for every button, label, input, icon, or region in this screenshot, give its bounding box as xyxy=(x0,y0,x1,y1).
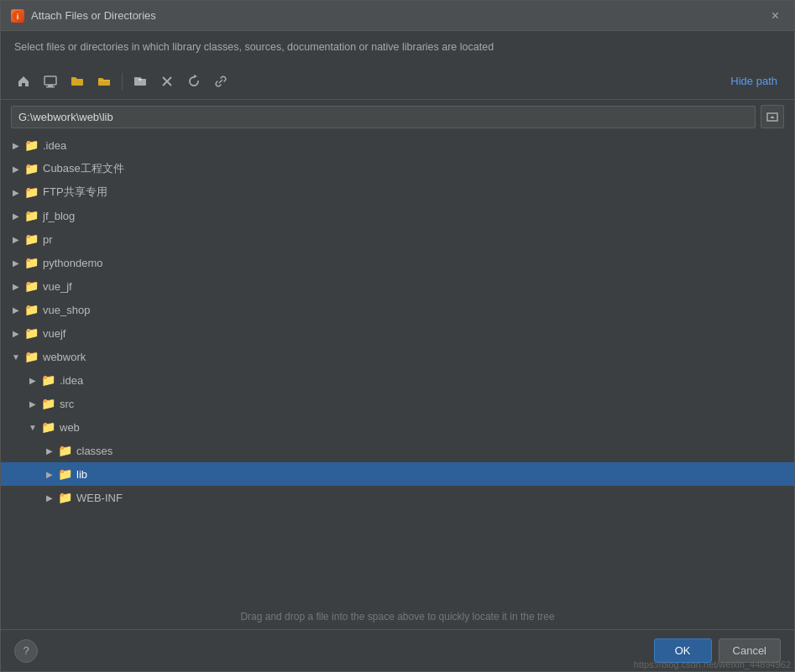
item-label: .idea xyxy=(60,374,83,387)
expand-icon[interactable]: ▶ xyxy=(8,137,24,154)
expand-icon[interactable]: ▼ xyxy=(24,419,41,435)
tree-item[interactable]: ▶ 📁 WEB-INF xyxy=(1,486,794,509)
dialog-subtitle: Select files or directories in which lib… xyxy=(1,31,794,63)
link-button[interactable] xyxy=(208,69,233,94)
close-button[interactable]: × xyxy=(766,8,784,24)
refresh-button[interactable] xyxy=(181,69,207,94)
expand-icon[interactable]: ▶ xyxy=(8,254,24,271)
delete-button[interactable] xyxy=(154,69,180,94)
tree-item[interactable]: ▶ 📁 vue_jf xyxy=(1,274,794,298)
svg-rect-3 xyxy=(48,85,53,86)
new-folder-alt-button[interactable] xyxy=(92,69,117,94)
path-bar xyxy=(1,100,794,133)
folder-icon: 📁 xyxy=(58,491,72,504)
tree-item[interactable]: ▶ 📁 FTP共享专用 xyxy=(1,180,794,204)
title-bar-left: i Attach Files or Directories xyxy=(11,9,156,23)
watermark: https://blog.csdn.net/weixin_44894962 xyxy=(634,659,791,669)
tree-item[interactable]: ▼ 📁 web xyxy=(1,415,794,439)
tree-item[interactable]: ▶ 📁 vuejf xyxy=(1,321,794,345)
tree-item[interactable]: ▶ 📁 jf_blog xyxy=(1,204,794,227)
expand-icon[interactable]: ▶ xyxy=(41,489,58,506)
folder-icon: 📁 xyxy=(58,444,72,457)
item-label: classes xyxy=(76,445,112,457)
folder-icon: 📁 xyxy=(24,209,39,222)
folder-icon: 📁 xyxy=(24,185,39,199)
hide-path-button[interactable]: Hide path xyxy=(724,71,784,91)
svg-text:i: i xyxy=(17,13,19,21)
item-label: vue_shop xyxy=(43,304,90,316)
expand-icon[interactable]: ▶ xyxy=(8,301,24,318)
new-folder-button[interactable] xyxy=(65,69,90,94)
item-label: FTP共享专用 xyxy=(43,185,107,200)
desktop-button[interactable] xyxy=(38,69,63,94)
item-label: lib xyxy=(76,468,87,481)
tree-item[interactable]: ▶ 📁 .idea xyxy=(1,368,794,392)
attach-files-dialog: i Attach Files or Directories × Select f… xyxy=(0,0,795,672)
tree-item-selected[interactable]: ▶ 📁 lib xyxy=(1,462,794,486)
expand-icon[interactable]: ▶ xyxy=(8,184,24,201)
item-label: webwork xyxy=(43,351,86,363)
dialog-title: Attach Files or Directories xyxy=(31,9,156,22)
browse-path-button[interactable] xyxy=(761,105,784,128)
folder-icon: 📁 xyxy=(41,420,55,434)
item-label: src xyxy=(60,398,74,410)
folder-icon: 📁 xyxy=(24,138,39,152)
help-button[interactable]: ? xyxy=(14,639,38,663)
tree-item[interactable]: ▶ 📁 .idea xyxy=(1,133,794,157)
expand-icon[interactable]: ▶ xyxy=(8,325,24,341)
tree-item[interactable]: ▶ 📁 pythondemo xyxy=(1,251,794,274)
tree-item[interactable]: ▶ 📁 Cubase工程文件 xyxy=(1,157,794,180)
expand-icon[interactable]: ▶ xyxy=(8,231,24,247)
folder-icon: 📁 xyxy=(24,232,39,246)
tree-item[interactable]: ▼ 📁 webwork xyxy=(1,345,794,368)
item-label: pr xyxy=(43,233,53,246)
folder-icon: 📁 xyxy=(41,373,55,387)
tree-item[interactable]: ▶ 📁 pr xyxy=(1,227,794,251)
expand-icon[interactable]: ▶ xyxy=(41,466,58,482)
app-icon: i xyxy=(11,9,24,23)
path-input[interactable] xyxy=(11,106,756,128)
title-bar: i Attach Files or Directories × xyxy=(1,1,794,31)
tree-item[interactable]: ▶ 📁 src xyxy=(1,392,794,415)
folder-icon: 📁 xyxy=(24,162,39,175)
item-label: vue_jf xyxy=(43,280,72,293)
drag-hint: Drag and drop a file into the space abov… xyxy=(1,604,794,629)
toolbar: Hide path xyxy=(1,63,794,100)
home-button[interactable] xyxy=(11,69,36,94)
item-label: pythondemo xyxy=(43,257,103,269)
expand-icon[interactable]: ▶ xyxy=(24,372,41,388)
folder-icon: 📁 xyxy=(24,279,39,293)
item-label: .idea xyxy=(43,139,66,152)
item-label: Cubase工程文件 xyxy=(43,161,124,176)
item-label: jf_blog xyxy=(43,210,75,222)
file-tree[interactable]: ▶ 📁 .idea ▶ 📁 Cubase工程文件 ▶ 📁 FTP共享专用 ▶ 📁… xyxy=(1,133,794,604)
folder-icon: 📁 xyxy=(58,467,72,481)
expand-icon[interactable]: ▶ xyxy=(8,207,24,224)
expand-icon[interactable]: ▶ xyxy=(8,160,24,177)
item-label: web xyxy=(60,421,80,434)
expand-icon[interactable]: ▶ xyxy=(8,278,24,294)
expand-icon[interactable]: ▶ xyxy=(24,395,41,412)
item-label: vuejf xyxy=(43,327,65,340)
folder-icon: 📁 xyxy=(24,350,39,363)
svg-rect-2 xyxy=(44,76,56,85)
browse-button[interactable] xyxy=(128,69,153,94)
folder-icon: 📁 xyxy=(24,303,39,316)
tree-item[interactable]: ▶ 📁 vue_shop xyxy=(1,298,794,321)
svg-rect-4 xyxy=(46,86,55,88)
toolbar-separator xyxy=(122,73,123,90)
expand-icon[interactable]: ▼ xyxy=(8,348,24,365)
folder-icon: 📁 xyxy=(24,326,39,340)
expand-icon[interactable]: ▶ xyxy=(41,442,58,459)
tree-item[interactable]: ▶ 📁 classes xyxy=(1,439,794,462)
folder-icon: 📁 xyxy=(41,397,55,410)
toolbar-left xyxy=(11,69,233,94)
folder-icon: 📁 xyxy=(24,256,39,269)
item-label: WEB-INF xyxy=(76,492,123,504)
